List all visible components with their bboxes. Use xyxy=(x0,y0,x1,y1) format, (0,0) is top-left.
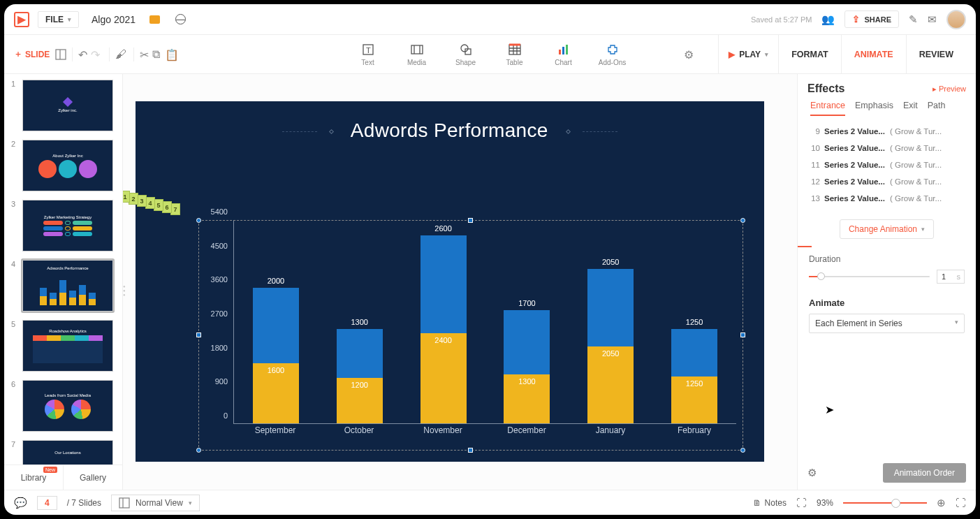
current-slide-number[interactable]: 4 xyxy=(37,496,57,510)
chevron-down-icon: ▾ xyxy=(68,16,71,23)
svg-rect-17 xyxy=(566,45,568,54)
slide-thumb-6[interactable]: Leads from Social Media xyxy=(22,380,113,432)
mail-icon[interactable]: ✉ xyxy=(928,13,937,26)
settings-icon[interactable]: ⚙ xyxy=(684,48,696,61)
animate-section: Animate Each Element in Series ▾ xyxy=(798,291,976,340)
document-name[interactable]: Algo 2021 xyxy=(92,14,136,25)
chevron-down-icon: ▾ xyxy=(955,319,958,328)
preview-button[interactable]: ▸ Preview xyxy=(933,85,966,94)
tab-exit[interactable]: Exit xyxy=(903,101,918,116)
insert-text-button[interactable]: TText xyxy=(353,43,383,66)
redo-icon[interactable]: ↷ xyxy=(91,48,103,61)
effects-title: Effects xyxy=(807,82,844,95)
tab-animate[interactable]: ANIMATE xyxy=(841,35,906,74)
effect-row[interactable]: 10Series 2 Value...( Grow & Tur... xyxy=(802,140,972,156)
gallery-tab[interactable]: Gallery xyxy=(64,465,122,490)
undo-icon[interactable]: ↶ xyxy=(78,48,91,61)
slide-thumb-4[interactable]: Adwords Performance�▸ xyxy=(22,260,113,312)
svg-rect-18 xyxy=(119,498,129,508)
library-tab[interactable]: LibraryNew xyxy=(4,465,64,490)
copy-icon[interactable]: ⧉ xyxy=(152,48,165,61)
animation-order-tags[interactable]: 7654321 xyxy=(123,191,180,203)
user-avatar[interactable] xyxy=(946,10,966,29)
fullscreen-icon[interactable]: ⛶ xyxy=(956,497,966,509)
zoom-slider[interactable] xyxy=(843,502,927,504)
animation-tag[interactable]: 6 xyxy=(162,201,172,213)
resize-handle-icon[interactable] xyxy=(196,218,201,223)
panel-settings-icon[interactable]: ⚙ xyxy=(807,467,817,479)
slide-thumb-list[interactable]: 1 Zylker inc.�▸ 2 About Zylker Inc 3 Zyl… xyxy=(4,74,122,465)
animation-tag[interactable]: 7 xyxy=(170,203,180,215)
animation-tag[interactable]: 4 xyxy=(145,197,155,209)
resize-handle-icon[interactable] xyxy=(740,448,745,453)
zoom-in-icon[interactable]: ⊕ xyxy=(937,497,946,509)
paste-icon[interactable]: 📋 xyxy=(165,48,177,61)
animate-panel: Effects ▸ Preview Entrance Emphasis Exit… xyxy=(797,74,976,490)
slide-canvas[interactable]: Adwords Performance 09001800270036004500… xyxy=(136,101,764,462)
tab-review[interactable]: REVIEW xyxy=(906,35,966,74)
file-menu-button[interactable]: FILE ▾ xyxy=(38,11,79,28)
duration-slider[interactable] xyxy=(809,276,930,277)
play-button[interactable]: ▶ PLAY ▾ xyxy=(718,35,778,74)
y-tick-label: 5400 xyxy=(211,207,228,216)
resize-handle-icon[interactable] xyxy=(196,448,201,453)
tab-path[interactable]: Path xyxy=(928,101,946,116)
slide-thumb-3[interactable]: Zylker Marketing Strategy xyxy=(22,200,113,251)
body: 1 Zylker inc.�▸ 2 About Zylker Inc 3 Zyl… xyxy=(4,74,976,490)
slide-thumb-5[interactable]: Roadshow Analytics xyxy=(22,320,113,372)
animation-tag[interactable]: 3 xyxy=(137,195,147,207)
effect-row[interactable]: 9Series 2 Value...( Grow & Tur... xyxy=(802,123,972,140)
collaborators-icon[interactable]: 👥 xyxy=(821,13,835,26)
insert-media-button[interactable]: Media xyxy=(402,43,432,66)
tab-entrance[interactable]: Entrance xyxy=(810,101,845,116)
canvas-area[interactable]: ●●● Adwords Performance 0900180027003600… xyxy=(123,74,797,490)
share-button[interactable]: ⇪ SHARE xyxy=(844,10,899,28)
insert-chart-button[interactable]: Chart xyxy=(549,43,578,66)
insert-addons-button[interactable]: Add-Ons xyxy=(598,43,627,66)
slide-thumb-1[interactable]: Zylker inc.�▸ xyxy=(22,80,113,131)
slide-thumb-7[interactable]: Our Locations�▸ xyxy=(22,440,113,465)
animation-order-button[interactable]: Animation Order xyxy=(883,463,966,483)
notes-button[interactable]: 🗎Notes xyxy=(753,498,787,508)
tab-emphasis[interactable]: Emphasis xyxy=(855,101,893,116)
selection-frame[interactable] xyxy=(198,220,743,451)
effects-list[interactable]: 9Series 2 Value...( Grow & Tur...10Serie… xyxy=(798,120,976,210)
new-slide-button[interactable]: ＋ SLIDE xyxy=(14,48,50,60)
slider-handle-icon[interactable] xyxy=(817,272,825,280)
tab-format[interactable]: FORMAT xyxy=(778,35,841,74)
effect-row[interactable]: 12Series 2 Value...( Grow & Tur... xyxy=(802,173,972,190)
change-animation-button[interactable]: Change Animation▾ xyxy=(840,219,934,239)
view-icon xyxy=(119,497,130,509)
resize-handle-icon[interactable] xyxy=(468,218,473,223)
animation-tag[interactable]: 5 xyxy=(154,199,163,211)
effect-row[interactable]: 13Series 2 Value...( Grow & Tur... xyxy=(802,190,972,207)
fit-icon[interactable]: ⛶ xyxy=(796,497,807,509)
layout-icon[interactable] xyxy=(55,49,66,60)
comments-icon[interactable]: 💬 xyxy=(14,497,27,509)
slide-panel: 1 Zylker inc.�▸ 2 About Zylker Inc 3 Zyl… xyxy=(4,74,123,490)
format-painter-icon[interactable]: 🖌 xyxy=(115,48,128,61)
animation-tag[interactable]: 2 xyxy=(129,193,138,205)
slide-thumb-2[interactable]: About Zylker Inc xyxy=(22,140,113,191)
plus-icon: ＋ xyxy=(14,48,22,60)
resize-handle-icon[interactable] xyxy=(468,448,473,453)
globe-icon[interactable] xyxy=(175,14,186,24)
resize-handle-icon[interactable] xyxy=(740,332,745,337)
animate-mode-select[interactable]: Each Element in Series ▾ xyxy=(809,314,965,333)
resize-handle-icon[interactable] xyxy=(196,332,201,337)
cut-icon[interactable]: ✂ xyxy=(140,48,152,61)
insert-table-button[interactable]: Table xyxy=(500,43,529,66)
svg-point-7 xyxy=(461,45,468,52)
duration-input[interactable]: 1 xyxy=(937,270,965,284)
folder-icon[interactable] xyxy=(149,15,160,24)
resize-handle-icon[interactable] xyxy=(740,218,745,223)
duration-label: Duration xyxy=(809,254,965,264)
chevron-down-icon: ▾ xyxy=(921,226,925,233)
effect-row[interactable]: 11Series 2 Value...( Grow & Tur... xyxy=(802,156,972,173)
insert-shape-button[interactable]: Shape xyxy=(451,43,481,66)
brush-icon[interactable]: ✎ xyxy=(909,13,918,26)
panel-splitter-icon[interactable]: ●●● xyxy=(123,282,126,299)
view-mode-select[interactable]: Normal View▾ xyxy=(111,495,200,511)
animation-tag[interactable]: 1 xyxy=(123,191,130,203)
svg-rect-4 xyxy=(411,45,423,54)
